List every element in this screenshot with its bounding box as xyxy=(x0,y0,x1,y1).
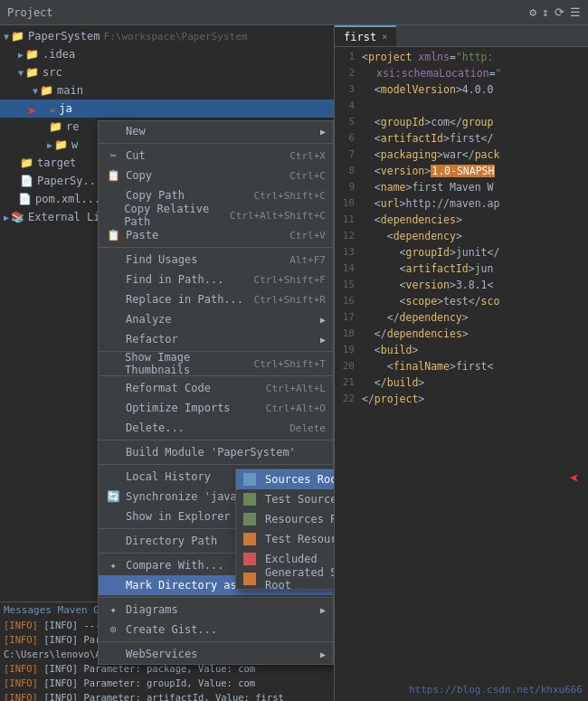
tree-label: PaperSystem xyxy=(28,30,100,43)
menu-item-create-gist[interactable]: ⊙ Create Gist... xyxy=(99,620,333,639)
lib-icon: 📚 xyxy=(11,211,24,223)
menu-item-label: Reformat Code xyxy=(126,382,211,394)
shortcut: Ctrl+Shift+R xyxy=(254,294,326,306)
submenu-arrow: ▶ xyxy=(320,335,326,345)
menu-item-left: Resources Root xyxy=(243,513,335,526)
settings-icon[interactable]: ⚙ xyxy=(529,5,536,19)
menu-item-label: Diagrams xyxy=(126,603,178,616)
submenu-item-test-sources[interactable]: Test Sources Root xyxy=(236,489,335,509)
menu-item-label: WebServices xyxy=(126,648,197,660)
menu-item-analyze[interactable]: Analyze ▶ xyxy=(99,309,333,329)
test-sources-color-icon xyxy=(243,493,256,506)
tree-label: pom.xml... xyxy=(35,193,100,205)
menu-item-left: ⊙ Create Gist... xyxy=(106,623,217,636)
submenu-item-sources-root[interactable]: Sources Root xyxy=(236,469,335,489)
left-panel: ▼ 📁 PaperSystem F:\workspace\PaperSystem… xyxy=(0,25,335,701)
tree-item-idea[interactable]: ▶ 📁 .idea xyxy=(0,45,334,63)
line-code: <scope>test</sco xyxy=(362,293,588,309)
resources-color-icon xyxy=(243,513,256,526)
menu-item-webservices[interactable]: WebServices ▶ xyxy=(99,644,333,664)
line-code: <artifactId>jun xyxy=(362,261,588,277)
submenu-arrow: ▶ xyxy=(320,127,326,137)
menu-item-build[interactable]: Build Module 'PaperSystem' xyxy=(99,442,333,462)
separator xyxy=(99,597,333,598)
submenu-item-resources-root[interactable]: Resources Root xyxy=(236,509,335,529)
menu-item-label: Synchronize 'java' xyxy=(126,490,243,503)
menu-item-label: Copy Relative Path xyxy=(124,203,230,228)
line-number: 2 xyxy=(335,65,362,81)
submenu-arrow: ▶ xyxy=(320,315,326,325)
separator xyxy=(99,464,333,465)
menu-item-copy[interactable]: 📋 Copy Ctrl+C xyxy=(99,166,333,185)
sort-icon[interactable]: ↕ xyxy=(542,5,549,19)
menu-item-diagrams[interactable]: ✦ Diagrams ▶ xyxy=(99,600,333,620)
menu-item-left: ✦ Diagrams xyxy=(106,603,178,616)
menu-item-optimize[interactable]: Optimize Imports Ctrl+Alt+O xyxy=(99,398,333,418)
submenu-item-generated-sources[interactable]: Generated Sources Root xyxy=(236,569,335,589)
code-line-18: 18 </dependencies> xyxy=(335,326,588,342)
menu-item-paste[interactable]: 📋 Paste Ctrl+V xyxy=(99,225,333,245)
menu-item-left: Directory Path xyxy=(106,535,217,547)
menu-item-show-thumbnails[interactable]: Show Image Thumbnails Ctrl+Shift+T xyxy=(99,354,333,374)
tree-arrow: ▶ xyxy=(4,213,9,223)
submenu-item-label: Sources Root xyxy=(265,473,335,486)
line-code: xsi:schemaLocation=" xyxy=(362,65,588,81)
cut-icon: ✂ xyxy=(106,149,120,162)
menu-item-left: Replace in Path... xyxy=(106,293,243,306)
code-line-22: 22 </project> xyxy=(335,391,588,407)
code-line-2: 2 xsi:schemaLocation=" xyxy=(335,65,588,81)
submenu-item-label: Generated Sources Root xyxy=(265,566,335,592)
code-line-5: 5 <groupId>com</group xyxy=(335,114,588,130)
menu-item-label: Analyze xyxy=(126,313,172,326)
menu-item-label: Cut xyxy=(126,149,146,162)
separator xyxy=(99,143,333,144)
menu-item-delete[interactable]: Delete... Delete xyxy=(99,418,333,438)
shortcut: Ctrl+Alt+O xyxy=(266,403,326,414)
tab-close-icon[interactable]: × xyxy=(382,32,387,42)
separator xyxy=(99,247,333,248)
folder-icon: 📁 xyxy=(11,30,24,43)
refresh-icon[interactable]: ⟳ xyxy=(555,5,564,19)
tree-label: .idea xyxy=(43,48,75,61)
menu-item-left: ✂ Cut xyxy=(106,149,146,162)
tab-first[interactable]: first × xyxy=(335,25,396,46)
line-code: </build> xyxy=(362,374,588,391)
folder-icon: 📁 xyxy=(49,120,62,133)
tree-label: main xyxy=(57,84,83,97)
line-number: 7 xyxy=(335,147,362,163)
menu-item-label: Optimize Imports xyxy=(126,402,231,414)
tree-item-src[interactable]: ▼ 📁 src xyxy=(0,63,334,81)
menu-item-replace-path[interactable]: Replace in Path... Ctrl+Shift+R xyxy=(99,289,333,309)
menu-item-label: Delete... xyxy=(126,422,185,434)
copy-icon: 📋 xyxy=(106,169,120,182)
shortcut: Ctrl+Shift+C xyxy=(254,190,326,202)
submenu-item-test-resources[interactable]: Test Resources Root xyxy=(236,529,335,549)
menu-item-find-usages[interactable]: Find Usages Alt+F7 xyxy=(99,250,333,270)
tab-bar: first × xyxy=(335,25,588,47)
menu-item-label: Find Usages xyxy=(126,253,197,266)
top-bar: Project ⚙ ↕ ⟳ ☰ xyxy=(0,0,588,25)
menu-item-refactor[interactable]: Refactor ▶ xyxy=(99,329,333,349)
tree-item-main[interactable]: ▼ 📁 main xyxy=(0,81,334,99)
menu-item-copy-relative[interactable]: Copy Relative Path Ctrl+Alt+Shift+C xyxy=(99,205,333,225)
menu-item-label: Replace in Path... xyxy=(126,293,243,306)
tree-item-java[interactable]: ☕ ja xyxy=(0,99,334,118)
line-code: <groupId>junit</ xyxy=(362,244,588,261)
menu-icon[interactable]: ☰ xyxy=(570,5,581,19)
menu-item-label: Find in Path... xyxy=(126,273,223,286)
tree-arrow: ▶ xyxy=(47,140,52,150)
menu-item-cut[interactable]: ✂ Cut Ctrl+X xyxy=(99,146,333,166)
menu-item-new[interactable]: New ▶ xyxy=(99,121,333,141)
menu-item-find-path[interactable]: Find in Path... Ctrl+Shift+F xyxy=(99,270,333,289)
tree-path: F:\workspace\PaperSystem xyxy=(104,31,248,43)
tab-label: first xyxy=(344,31,376,43)
tree-item-papersystem[interactable]: ▼ 📁 PaperSystem F:\workspace\PaperSystem xyxy=(0,27,334,45)
menu-item-reformat[interactable]: Reformat Code Ctrl+Alt+L xyxy=(99,378,333,398)
gist-icon: ⊙ xyxy=(106,623,120,636)
line-code: <url>http://maven.ap xyxy=(362,195,588,212)
line-number: 18 xyxy=(335,326,362,342)
code-line-20: 20 <finalName>first< xyxy=(335,358,588,374)
tree-label: re xyxy=(66,120,79,133)
menu-item-left: 📋 Paste xyxy=(106,229,158,242)
code-line-8: 8 <version>1.0-SNAPSH xyxy=(335,163,588,179)
